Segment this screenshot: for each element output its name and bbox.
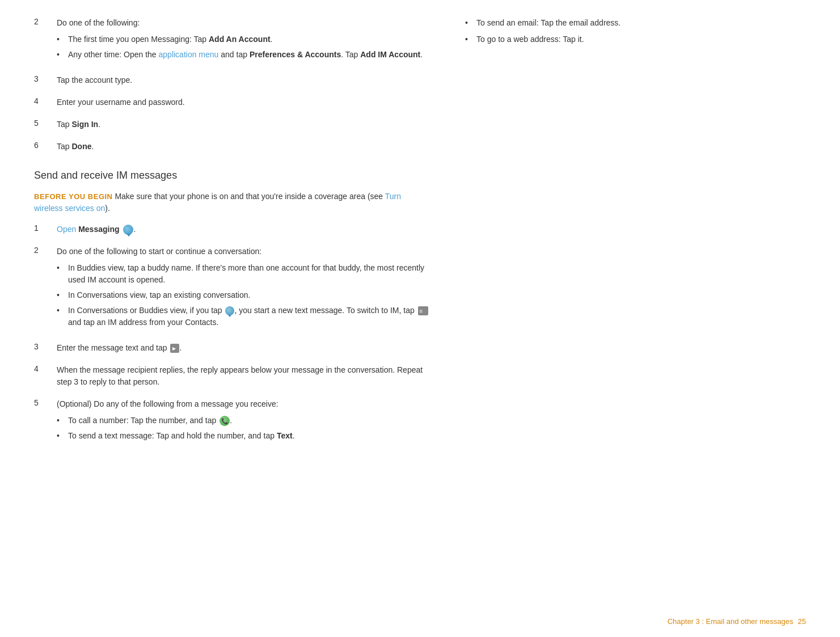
step-6-number: 6 (34, 141, 57, 150)
before-you-begin: BEFORE YOU BEGIN Make sure that your pho… (34, 191, 431, 214)
step-2-bullet-2: • Any other time: Open the application m… (57, 49, 431, 61)
im-step-2-intro: Do one of the following to start or cont… (57, 247, 261, 256)
im-step-2-bullet-1-text: In Buddies view, tap a buddy name. If th… (68, 262, 431, 286)
im-step-5-bullet-1-text: To call a number: Tap the number, and ta… (68, 415, 431, 427)
footer: Chapter 3 : Email and other messages 25 (668, 617, 806, 626)
im-step-2-item: 2 Do one of the following to start or co… (34, 246, 431, 332)
two-column-layout: 2 Do one of the following: • The first t… (34, 17, 806, 603)
step-3-item: 3 Tap the account type. (34, 74, 431, 86)
phone-icon (220, 416, 230, 426)
im-step-4-text: When the message recipient replies, the … (57, 365, 423, 386)
bullet-dot: • (465, 33, 476, 45)
step-6-text: Tap Done. (57, 142, 94, 151)
section-heading: Send and receive IM messages (34, 170, 431, 182)
im-step-5-bullet-2: • To send a text message: Tap and hold t… (57, 430, 431, 442)
footer-page-number: 25 (798, 617, 806, 626)
bullet-dot: • (57, 262, 68, 286)
right-bullet-1: • To send an email: Tap the email addres… (465, 17, 805, 29)
step-2-content: Do one of the following: • The first tim… (57, 17, 431, 64)
im-step-5-bullet-2-text: To send a text message: Tap and hold the… (68, 430, 431, 442)
footer-chapter-text: Chapter 3 : Email and other messages (668, 617, 793, 626)
im-step-1-period: . (133, 225, 136, 234)
step-2-bullet-2-text: Any other time: Open the application men… (68, 49, 431, 61)
open-link[interactable]: Open (57, 225, 76, 234)
bullet-dot: • (57, 33, 68, 45)
step-3-text: Tap the account type. (57, 75, 132, 85)
before-end: ). (105, 204, 110, 213)
send-icon (170, 344, 179, 353)
bullet-dot: • (57, 430, 68, 442)
step-4-content: Enter your username and password. (57, 96, 431, 108)
im-step-4-content: When the message recipient replies, the … (57, 364, 431, 388)
im-step-2-number: 2 (34, 246, 57, 255)
step-3-number: 3 (34, 74, 57, 83)
page-container: 2 Do one of the following: • The first t… (0, 0, 840, 637)
step-4-text: Enter your username and password. (57, 98, 185, 107)
im-step-2-bullet-1: • In Buddies view, tap a buddy name. If … (57, 262, 431, 286)
im-step-2-bullet-3: • In Conversations or Buddies view, if y… (57, 305, 431, 328)
new-message-icon (225, 306, 234, 315)
im-step-3-content: Enter the message text and tap . (57, 342, 431, 354)
step-5-text: Tap Sign In. (57, 120, 100, 129)
step-5-item: 5 Tap Sign In. (34, 119, 431, 130)
im-step-5-bullets: • To call a number: Tap the number, and … (57, 415, 431, 442)
im-step-5-intro: (Optional) Do any of the following from … (57, 399, 278, 408)
step-2-item: 2 Do one of the following: • The first t… (34, 17, 431, 64)
im-step-1-content: Open Messaging . (57, 223, 431, 235)
right-column: • To send an email: Tap the email addres… (465, 17, 805, 603)
messaging-icon (123, 225, 133, 235)
im-step-3-item: 3 Enter the message text and tap . (34, 342, 431, 354)
left-column: 2 Do one of the following: • The first t… (34, 17, 431, 603)
step-5-number: 5 (34, 119, 57, 128)
step-4-item: 4 Enter your username and password. (34, 96, 431, 108)
im-step-2-bullet-2-text: In Conversations view, tap an existing c… (68, 289, 431, 301)
step-2-bullets: • The first time you open Messaging: Tap… (57, 33, 431, 61)
im-step-3-text: Enter the message text and tap . (57, 343, 181, 352)
contacts-icon (418, 306, 428, 315)
right-bullet-2-text: To go to a web address: Tap it. (476, 33, 805, 45)
right-bullet-1-text: To send an email: Tap the email address. (476, 17, 805, 29)
im-step-1-number: 1 (34, 223, 57, 233)
im-step-3-number: 3 (34, 342, 57, 351)
bullet-dot: • (57, 289, 68, 301)
bullet-dot-2: • (57, 49, 68, 61)
right-bullet-list: • To send an email: Tap the email addres… (465, 17, 805, 45)
right-bullet-2: • To go to a web address: Tap it. (465, 33, 805, 45)
im-step-2-bullets: • In Buddies view, tap a buddy name. If … (57, 262, 431, 328)
step-2-bullet-1-text: The first time you open Messaging: Tap A… (68, 33, 431, 45)
step-2-bullet-1: • The first time you open Messaging: Tap… (57, 33, 431, 45)
right-bullets: • To send an email: Tap the email addres… (465, 17, 805, 45)
step-2-intro: Do one of the following: (57, 18, 140, 27)
im-step-1-open: Open Messaging (57, 225, 121, 234)
bullet-dot: • (57, 415, 68, 427)
step-2-number: 2 (34, 17, 57, 26)
bullet-dot: • (57, 305, 68, 328)
step-6-content: Tap Done. (57, 141, 431, 153)
im-step-4-item: 4 When the message recipient replies, th… (34, 364, 431, 388)
im-step-2-bullet-3-text: In Conversations or Buddies view, if you… (68, 305, 431, 328)
im-step-5-item: 5 (Optional) Do any of the following fro… (34, 398, 431, 445)
bullet-dot: • (465, 17, 476, 29)
before-label: BEFORE YOU BEGIN (34, 192, 113, 201)
im-step-5-content: (Optional) Do any of the following from … (57, 398, 431, 445)
im-step-2-content: Do one of the following to start or cont… (57, 246, 431, 332)
im-step-5-number: 5 (34, 398, 57, 407)
im-step-1-item: 1 Open Messaging . (34, 223, 431, 235)
im-step-4-number: 4 (34, 364, 57, 373)
step-6-item: 6 Tap Done. (34, 141, 431, 153)
step-5-content: Tap Sign In. (57, 119, 431, 130)
im-step-5-bullet-1: • To call a number: Tap the number, and … (57, 415, 431, 427)
im-step-2-bullet-2: • In Conversations view, tap an existing… (57, 289, 431, 301)
application-menu-link[interactable]: application menu (159, 50, 219, 59)
step-3-content: Tap the account type. (57, 74, 431, 86)
step-4-number: 4 (34, 96, 57, 106)
before-text: Make sure that your phone is on and that… (115, 192, 385, 201)
